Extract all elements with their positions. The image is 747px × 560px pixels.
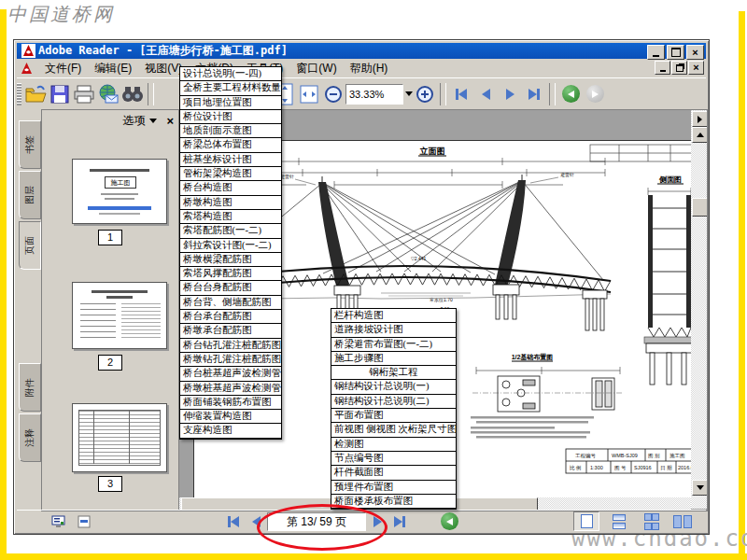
menu-item-drawing-title[interactable]: 地质剖面示意图 [180, 124, 281, 138]
menu-item-drawing-title[interactable]: 桥台台身配筋图 [180, 281, 281, 295]
svg-text:图 号: 图 号 [614, 465, 627, 471]
menu-item-drawing-title[interactable]: 伸缩装置构造图 [180, 410, 281, 424]
menu-item-drawing-title[interactable]: 道路接坡设计图 [331, 323, 456, 337]
panel-close-button[interactable]: × [166, 114, 174, 128]
sidebar-tab-comments[interactable]: 注释 [19, 413, 41, 462]
menu-item-drawing-title[interactable]: 设计总说明(一-四) [180, 67, 281, 81]
page-number-label[interactable]: 3 [98, 476, 122, 492]
menu-item-drawing-title[interactable]: 桥墩桩基超声波检测管布置图 [180, 382, 281, 396]
next-view-button[interactable] [583, 82, 607, 106]
menu-item-drawing-title[interactable]: 预埋件布置图 [331, 481, 456, 495]
svg-text:日 期: 日 期 [660, 465, 672, 471]
continuous-facing-layout-button[interactable] [670, 512, 695, 530]
close-button[interactable]: × [686, 45, 704, 60]
toolbar-separator [549, 83, 556, 105]
menu-item-drawing-title[interactable]: 钢结构设计总说明(二) [331, 395, 456, 409]
page-number-label[interactable]: 2 [98, 355, 122, 371]
open-button[interactable] [23, 82, 48, 106]
page-thumbnail-3[interactable] [72, 403, 167, 472]
sidebar-tab-pages[interactable]: 页面 [19, 221, 41, 270]
menu-item-drawing-title[interactable]: 钢桁架工程 [331, 366, 456, 380]
site-watermark-top: 中国道桥网 [7, 2, 115, 27]
options-menu-button[interactable]: 选项 [122, 113, 157, 129]
menu-item-drawing-title[interactable]: 桥墩横梁配筋图 [180, 253, 281, 267]
first-page-button[interactable] [222, 510, 245, 534]
splitter-button[interactable] [75, 513, 93, 530]
email-globe-icon [97, 84, 120, 105]
page-number-label[interactable]: 1 [98, 230, 122, 245]
menu-item-drawing-title[interactable]: 桥墩构造图 [180, 196, 281, 210]
menu-item-drawing-title[interactable]: 桥台背、侧墙配筋图 [180, 296, 281, 310]
title-bar[interactable]: Adobe Reader - [王庙塘步行桥-施工图.pdf] × [17, 43, 706, 59]
menu-item-drawing-title[interactable]: 钢结构设计总说明(一) [331, 380, 456, 394]
menu-item[interactable]: 窗口(W) [289, 61, 343, 76]
facing-layout-button[interactable] [639, 512, 663, 530]
email-button[interactable] [96, 82, 120, 106]
doc-restore-button[interactable] [671, 61, 687, 75]
page-thumbnail-1[interactable]: 施工图 [72, 159, 167, 224]
menu-item-drawing-title[interactable]: 桥梁避雷布置图(一-二) [331, 338, 456, 352]
page-thumbnail-2[interactable] [72, 282, 167, 349]
svg-text:比 例: 比 例 [570, 465, 582, 471]
menu-item[interactable]: 文件(F) [38, 61, 88, 76]
sidebar-tab-layers[interactable]: 图层 [19, 171, 41, 219]
zoom-out-button[interactable] [321, 82, 345, 106]
previous-page-button[interactable] [473, 82, 498, 106]
sidebar-tab-bookmarks[interactable]: 书签 [19, 120, 41, 169]
menu-item-drawing-title[interactable]: 索塔配筋图(一-二) [180, 224, 281, 238]
menu-item-drawing-title[interactable]: 杆件截面图 [331, 466, 456, 480]
zoom-level-input[interactable] [345, 84, 403, 105]
menu-item-drawing-title[interactable]: 支座构造图 [180, 424, 281, 438]
menu-item-drawing-title[interactable]: 桥台桩基超声波检测管布置图 [180, 367, 281, 381]
scroll-down-button[interactable] [692, 480, 708, 496]
last-page-button[interactable] [522, 82, 546, 106]
menu-item-drawing-title[interactable]: 桥梁总体布置图 [180, 138, 281, 152]
doc-close-button[interactable]: × [688, 61, 704, 75]
vertical-scrollbar[interactable] [691, 110, 707, 509]
zoom-in-button[interactable] [413, 82, 437, 106]
menu-item-drawing-title[interactable]: 索塔构造图 [180, 210, 281, 224]
menu-item-drawing-title[interactable]: 桥面铺装钢筋布置图 [180, 396, 281, 410]
search-button[interactable] [120, 82, 145, 106]
sidebar-tab-attachments[interactable]: 附件 [19, 363, 41, 412]
menu-item-drawing-title[interactable]: 项目地理位置图 [180, 96, 281, 110]
fit-width-button[interactable] [297, 82, 321, 106]
scroll-overflow-button[interactable] [692, 111, 708, 127]
menu-item[interactable]: 编辑(E) [88, 61, 138, 76]
menu-item-drawing-title[interactable]: 施工步骤图 [331, 352, 456, 366]
first-page-button[interactable] [449, 82, 473, 106]
scrollbar-thumb[interactable] [692, 198, 708, 217]
menu-item-drawing-title[interactable]: 桥台构造图 [180, 181, 281, 195]
zoom-level-caret-icon[interactable] [405, 91, 413, 96]
menu-item-drawing-title[interactable]: 桥台承台配筋图 [180, 310, 281, 324]
previous-view-button[interactable] [437, 510, 461, 534]
menu-item-drawing-title[interactable]: 斜拉索设计图(一-二) [180, 239, 281, 253]
continuous-layout-button[interactable] [607, 512, 631, 530]
previous-view-button[interactable] [558, 82, 583, 106]
doc-minimize-button[interactable] [655, 61, 670, 75]
toolbar-grip[interactable] [17, 83, 21, 105]
minimize-button[interactable] [647, 45, 665, 60]
menu-item-drawing-title[interactable]: 桥墩承台配筋图 [180, 324, 281, 338]
menu-item-drawing-title[interactable]: 节点编号图 [331, 452, 456, 466]
menu-item-drawing-title[interactable]: 栏杆构造图 [331, 309, 456, 323]
menu-item-drawing-title[interactable]: 桩基坐标设计图 [180, 153, 281, 167]
menu-item-drawing-title[interactable]: 全桥主要工程材料数量表 [180, 81, 281, 95]
menu-item-drawing-title[interactable]: 检测图 [331, 438, 456, 452]
page-size-button[interactable] [49, 513, 67, 530]
menu-item-drawing-title[interactable]: 桥墩钻孔灌注桩配筋图 [180, 353, 281, 367]
menu-item[interactable]: 帮助(H) [344, 61, 395, 76]
menu-item-drawing-title[interactable]: 平面布置图 [331, 409, 456, 423]
menu-item-drawing-title[interactable]: 桥位设计图 [180, 110, 281, 124]
print-button[interactable] [72, 82, 96, 106]
menu-item-drawing-title[interactable]: 前视图 侧视图 次桁架尺寸图 [331, 423, 456, 437]
menu-item-drawing-title[interactable]: 桥台钻孔灌注桩配筋图 [180, 339, 281, 353]
single-page-layout-button[interactable] [573, 511, 599, 531]
save-button[interactable] [48, 82, 72, 106]
scroll-up-button[interactable] [692, 127, 708, 143]
maximize-button[interactable] [667, 45, 684, 60]
menu-item-drawing-title[interactable]: 管桁架梁构造图 [180, 167, 281, 181]
last-page-button[interactable] [388, 510, 411, 534]
menu-item-drawing-title[interactable]: 索塔风撑配筋图 [180, 267, 281, 281]
next-page-button[interactable] [498, 82, 522, 106]
